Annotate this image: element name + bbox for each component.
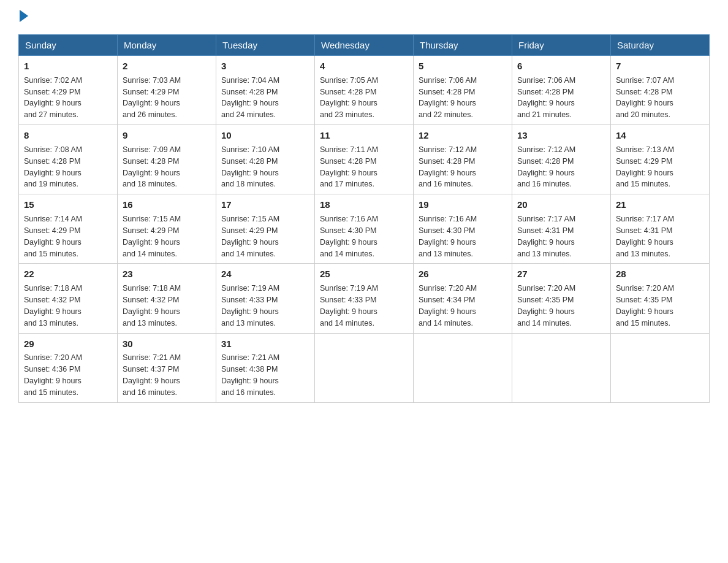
calendar-header-wednesday: Wednesday [315,35,414,56]
day-info: Sunrise: 7:20 AMSunset: 4:35 PMDaylight:… [517,284,575,327]
day-info: Sunrise: 7:05 AMSunset: 4:28 PMDaylight:… [320,76,378,120]
calendar-cell: 9Sunrise: 7:09 AMSunset: 4:28 PMDaylight… [118,125,216,194]
calendar-cell: 5Sunrise: 7:06 AMSunset: 4:28 PMDaylight… [414,56,512,125]
calendar-week-row: 15Sunrise: 7:14 AMSunset: 4:29 PMDayligh… [19,194,710,264]
day-number: 6 [517,59,605,73]
day-number: 15 [24,198,112,212]
day-number: 24 [221,267,309,281]
calendar-cell: 14Sunrise: 7:13 AMSunset: 4:29 PMDayligh… [611,125,710,194]
day-info: Sunrise: 7:16 AMSunset: 4:30 PMDaylight:… [419,215,477,258]
day-number: 7 [616,59,704,73]
day-info: Sunrise: 7:18 AMSunset: 4:32 PMDaylight:… [24,284,82,327]
day-info: Sunrise: 7:12 AMSunset: 4:28 PMDaylight:… [419,145,477,189]
calendar-cell: 2Sunrise: 7:03 AMSunset: 4:29 PMDaylight… [118,56,216,125]
day-info: Sunrise: 7:10 AMSunset: 4:28 PMDaylight:… [221,145,279,189]
day-info: Sunrise: 7:16 AMSunset: 4:30 PMDaylight:… [320,215,378,258]
calendar-header-sunday: Sunday [19,35,118,56]
calendar-week-row: 1Sunrise: 7:02 AMSunset: 4:29 PMDaylight… [19,56,710,125]
calendar-cell: 12Sunrise: 7:12 AMSunset: 4:28 PMDayligh… [414,125,512,194]
calendar-cell: 18Sunrise: 7:16 AMSunset: 4:30 PMDayligh… [315,194,414,264]
calendar-header-row: SundayMondayTuesdayWednesdayThursdayFrid… [19,35,710,56]
calendar-cell: 21Sunrise: 7:17 AMSunset: 4:31 PMDayligh… [611,194,710,264]
day-info: Sunrise: 7:17 AMSunset: 4:31 PMDaylight:… [616,215,674,258]
day-number: 30 [123,337,211,351]
calendar-cell: 26Sunrise: 7:20 AMSunset: 4:34 PMDayligh… [414,264,512,333]
calendar-cell: 15Sunrise: 7:14 AMSunset: 4:29 PMDayligh… [19,194,118,264]
calendar-cell: 1Sunrise: 7:02 AMSunset: 4:29 PMDaylight… [19,56,118,125]
logo-arrow-icon [20,10,28,22]
day-number: 19 [419,198,507,212]
calendar-cell: 30Sunrise: 7:21 AMSunset: 4:37 PMDayligh… [118,333,216,402]
calendar-cell [611,333,710,402]
calendar-cell: 22Sunrise: 7:18 AMSunset: 4:32 PMDayligh… [19,264,118,333]
calendar-cell: 7Sunrise: 7:07 AMSunset: 4:28 PMDaylight… [611,56,710,125]
day-info: Sunrise: 7:18 AMSunset: 4:32 PMDaylight:… [123,284,181,327]
day-number: 3 [221,59,309,73]
day-info: Sunrise: 7:20 AMSunset: 4:35 PMDaylight:… [616,284,674,327]
calendar-cell: 29Sunrise: 7:20 AMSunset: 4:36 PMDayligh… [19,333,118,402]
day-number: 21 [616,198,704,212]
page-header [18,12,710,22]
day-info: Sunrise: 7:03 AMSunset: 4:29 PMDaylight:… [123,76,181,120]
day-number: 22 [24,267,112,281]
day-number: 23 [123,267,211,281]
day-info: Sunrise: 7:06 AMSunset: 4:28 PMDaylight:… [517,76,575,120]
day-number: 31 [221,337,309,351]
day-info: Sunrise: 7:04 AMSunset: 4:28 PMDaylight:… [221,76,279,120]
day-number: 10 [221,129,309,142]
calendar-cell: 31Sunrise: 7:21 AMSunset: 4:38 PMDayligh… [216,333,315,402]
day-info: Sunrise: 7:19 AMSunset: 4:33 PMDaylight:… [320,284,378,327]
calendar-cell: 13Sunrise: 7:12 AMSunset: 4:28 PMDayligh… [512,125,611,194]
calendar-cell: 10Sunrise: 7:10 AMSunset: 4:28 PMDayligh… [216,125,315,194]
logo [18,12,28,22]
day-info: Sunrise: 7:17 AMSunset: 4:31 PMDaylight:… [517,215,575,258]
calendar-header-monday: Monday [118,35,216,56]
calendar-cell: 11Sunrise: 7:11 AMSunset: 4:28 PMDayligh… [315,125,414,194]
calendar-cell: 16Sunrise: 7:15 AMSunset: 4:29 PMDayligh… [118,194,216,264]
calendar-cell: 6Sunrise: 7:06 AMSunset: 4:28 PMDaylight… [512,56,611,125]
day-number: 12 [419,129,507,142]
day-number: 16 [123,198,211,212]
day-number: 20 [517,198,605,212]
day-info: Sunrise: 7:02 AMSunset: 4:29 PMDaylight:… [24,76,82,120]
day-number: 8 [24,129,112,142]
calendar-cell [315,333,414,402]
day-number: 2 [123,59,211,73]
day-info: Sunrise: 7:08 AMSunset: 4:28 PMDaylight:… [24,145,82,189]
calendar-cell: 19Sunrise: 7:16 AMSunset: 4:30 PMDayligh… [414,194,512,264]
calendar-header-saturday: Saturday [611,35,710,56]
calendar-header-thursday: Thursday [414,35,512,56]
calendar-cell: 27Sunrise: 7:20 AMSunset: 4:35 PMDayligh… [512,264,611,333]
day-info: Sunrise: 7:21 AMSunset: 4:37 PMDaylight:… [123,353,181,397]
day-number: 25 [320,267,408,281]
day-info: Sunrise: 7:15 AMSunset: 4:29 PMDaylight:… [123,215,181,258]
day-info: Sunrise: 7:21 AMSunset: 4:38 PMDaylight:… [221,353,279,397]
calendar-cell [414,333,512,402]
calendar-week-row: 29Sunrise: 7:20 AMSunset: 4:36 PMDayligh… [19,333,710,402]
day-number: 29 [24,337,112,351]
calendar-table: SundayMondayTuesdayWednesdayThursdayFrid… [18,34,710,403]
day-info: Sunrise: 7:13 AMSunset: 4:29 PMDaylight:… [616,145,674,189]
day-number: 28 [616,267,704,281]
day-number: 27 [517,267,605,281]
day-number: 11 [320,129,408,142]
day-info: Sunrise: 7:12 AMSunset: 4:28 PMDaylight:… [517,145,575,189]
day-number: 1 [24,59,112,73]
calendar-cell: 17Sunrise: 7:15 AMSunset: 4:29 PMDayligh… [216,194,315,264]
calendar-cell: 23Sunrise: 7:18 AMSunset: 4:32 PMDayligh… [118,264,216,333]
day-number: 26 [419,267,507,281]
day-info: Sunrise: 7:19 AMSunset: 4:33 PMDaylight:… [221,284,279,327]
calendar-header-friday: Friday [512,35,611,56]
calendar-week-row: 22Sunrise: 7:18 AMSunset: 4:32 PMDayligh… [19,264,710,333]
day-info: Sunrise: 7:06 AMSunset: 4:28 PMDaylight:… [419,76,477,120]
day-info: Sunrise: 7:20 AMSunset: 4:36 PMDaylight:… [24,353,82,397]
day-number: 14 [616,129,704,142]
day-info: Sunrise: 7:09 AMSunset: 4:28 PMDaylight:… [123,145,181,189]
calendar-cell: 3Sunrise: 7:04 AMSunset: 4:28 PMDaylight… [216,56,315,125]
day-number: 5 [419,59,507,73]
calendar-cell: 24Sunrise: 7:19 AMSunset: 4:33 PMDayligh… [216,264,315,333]
day-number: 17 [221,198,309,212]
day-info: Sunrise: 7:20 AMSunset: 4:34 PMDaylight:… [419,284,477,327]
calendar-cell: 20Sunrise: 7:17 AMSunset: 4:31 PMDayligh… [512,194,611,264]
calendar-cell: 28Sunrise: 7:20 AMSunset: 4:35 PMDayligh… [611,264,710,333]
